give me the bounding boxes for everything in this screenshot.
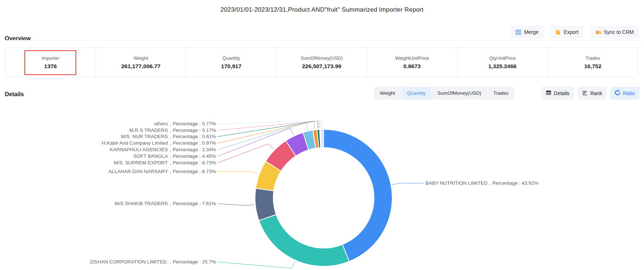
pie-label-name: M/S SHAKIB TRADERS [115, 201, 168, 206]
pie-label-suffix: % [212, 147, 216, 152]
pie-label-separator: ， [168, 147, 173, 152]
pie-label-suffix: % [212, 121, 216, 126]
pie-label-value: 4.45 [202, 153, 212, 159]
pie-label-separator: ， [168, 128, 173, 133]
pie-leader-line [217, 171, 258, 174]
pie-label-name: SOFT BANGLA [134, 153, 168, 159]
pie-label-suffix: % [212, 169, 216, 174]
stat-label: Weight [134, 55, 148, 61]
stat-value: 1376 [44, 63, 57, 70]
pie-label-separator: ， [168, 201, 173, 206]
pie-slice-baby-nutrition-limited[interactable] [324, 129, 392, 261]
tab-label: Trades [493, 90, 509, 96]
metric-tabs: WeightQuantitySumOfMoney(USD)Trades [374, 87, 514, 99]
pie-label-separator: ， [168, 169, 173, 174]
stat-label: Importer [42, 55, 59, 61]
pie-label-suffix: % [212, 201, 216, 206]
pie-label-prefix: Percentage : [173, 121, 202, 126]
action-button-label: Export [564, 29, 578, 35]
pie-label-separator: ， [487, 180, 493, 186]
pie-label-name: M/S. NUR TRADERS [121, 134, 168, 139]
pie-label-name: KARNAPHULI AGENCIES [110, 147, 168, 152]
stat-value: 226,507,173.99 [302, 63, 342, 70]
section-divider [0, 40, 644, 40]
pie-label-karnaphuli-agencies: KARNAPHULI AGENCIES，Percentage : 2.34% [110, 146, 216, 153]
stat-label: WeightUnitPrice [395, 55, 429, 61]
pie-label-prefix: Percentage : [173, 201, 202, 206]
ratio-pie-chart [0, 0, 644, 270]
pie-label-name: ALLAHAR DAN NARSARY [108, 169, 168, 174]
rank-icon [582, 90, 588, 97]
merge-button[interactable]: Merge [510, 26, 544, 38]
tab-weight[interactable]: Weight [374, 87, 401, 99]
pie-leader-line [217, 204, 254, 206]
pie-label-prefix: Percentage : [173, 134, 202, 139]
pie-label-suffix: % [534, 180, 539, 186]
page: { "page": { "title": "2023/01/01-2023/12… [0, 0, 644, 270]
pie-label-value: 0.17 [202, 128, 212, 133]
pie-label-value: 2.34 [202, 147, 212, 152]
pie-label-others: others，Percentage : 0.77% [154, 121, 216, 127]
stat-quantity: Quantity170,917 [186, 48, 277, 77]
pie-label-separator: ， [168, 140, 173, 146]
ratio-button[interactable]: Ratio [610, 87, 640, 99]
rank-button[interactable]: Rank [578, 87, 607, 99]
pie-label-prefix: Percentage : [173, 169, 202, 174]
pie-slice-m-s-shakib-traders[interactable] [255, 188, 276, 221]
pie-label-prefix: Percentage : [173, 128, 202, 133]
pie-label-h-kabir-and-company-limited: H.Kabir And Company Limited，Percentage :… [102, 140, 216, 146]
pie-label-separator: ， [168, 160, 173, 165]
action-button-label: Merge [524, 29, 539, 35]
pie-label-value: 6.73 [202, 169, 212, 174]
pie-label-value: 7.61 [202, 201, 212, 206]
pie-label-prefix: Percentage : [173, 160, 202, 165]
pie-label-separator: ， [168, 121, 173, 126]
pie-label-separator: ， [168, 153, 173, 159]
stat-label: QtyUnitPrice [489, 55, 516, 61]
export-button[interactable]: Export [550, 26, 583, 38]
pie-slice-zishan-corporation-limited[interactable] [259, 215, 349, 266]
details-button[interactable]: Details [541, 87, 574, 99]
pie-label-prefix: Percentage : [173, 147, 202, 152]
pie-label-separator: ， [168, 259, 173, 265]
stat-sumofmoney-usd: SumOfMoney(USD)226,507,173.99 [277, 48, 367, 77]
pie-leader-line [217, 144, 274, 163]
export-icon [555, 30, 561, 35]
pie-leader-line [392, 183, 424, 185]
stat-trades: Trades16,752 [548, 48, 638, 77]
tab-label: Quantity [407, 90, 425, 96]
pie-label-suffix: % [212, 140, 216, 146]
pie-label-name: others [154, 121, 168, 126]
pie-label-allahar-dan-narsary: ALLAHAR DAN NARSARY，Percentage : 6.73% [108, 168, 216, 175]
overview-heading: Overview [5, 35, 31, 42]
pie-label-value: 0.97 [202, 140, 212, 146]
stat-label: Trades [586, 55, 600, 61]
pie-label-separator: ， [168, 134, 173, 139]
pie-label-value: 0.77 [202, 121, 212, 126]
pie-label-suffix: % [212, 153, 216, 159]
pie-label-prefix: Percentage : [173, 259, 202, 265]
pie-label-name: H.Kabir And Company Limited [102, 140, 168, 146]
pie-leader-line [217, 261, 295, 268]
pie-label-suffix: % [212, 128, 216, 133]
sync-to-crm-button[interactable]: Sync to CRM [590, 26, 639, 38]
pie-leader-line [217, 121, 320, 130]
tab-sumofmoney-usd[interactable]: SumOfMoney(USD) [432, 87, 487, 99]
stat-weightunitprice: WeightUnitPrice0.8673 [367, 48, 458, 77]
pie-label-m-s-shakib-traders: M/S SHAKIB TRADERS，Percentage : 7.61% [115, 200, 216, 207]
pie-label-name: M.R.S TRADERS [129, 128, 168, 133]
view-button-label: Details [554, 90, 570, 96]
ratio-icon [615, 90, 620, 97]
pie-label-zishan-corporation-limited: ZISHAN CORPORATION LIMITED.，Percentage :… [90, 259, 216, 265]
stat-importer: Importer1376 [5, 48, 96, 77]
pie-label-m-s-nur-traders: M/S. NUR TRADERS，Percentage : 0.61% [121, 133, 216, 140]
tab-trades[interactable]: Trades [487, 87, 514, 99]
details-heading: Details [5, 91, 24, 98]
table-icon [546, 90, 551, 97]
tab-quantity[interactable]: Quantity [401, 87, 431, 99]
pie-label-prefix: Percentage : [173, 153, 202, 159]
pie-slice-others[interactable] [320, 129, 324, 148]
tab-label: SumOfMoney(USD) [437, 90, 481, 96]
sync-crm-icon [595, 30, 601, 35]
pie-label-prefix: Percentage : [493, 180, 522, 186]
